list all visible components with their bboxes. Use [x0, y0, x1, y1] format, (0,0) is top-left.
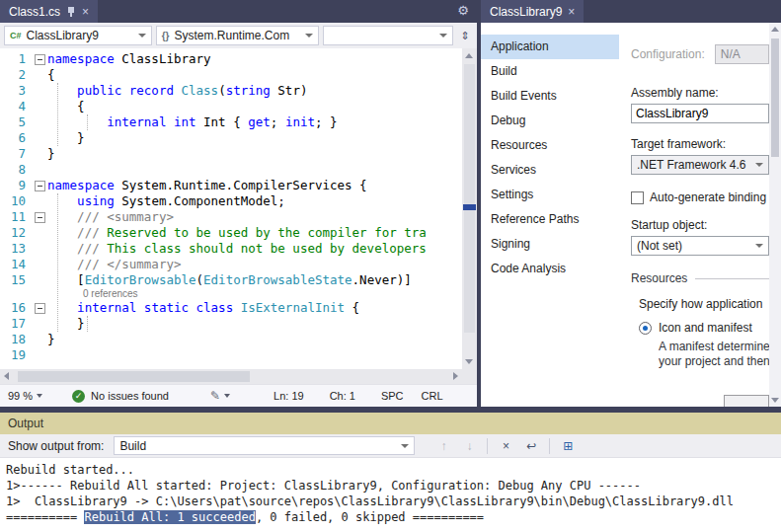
- code-text: }: [47, 316, 462, 332]
- assembly-name-label: Assembly name:: [631, 86, 769, 100]
- configuration-label: Configuration:: [631, 47, 705, 61]
- eol-indicator[interactable]: CRL: [422, 390, 443, 402]
- configuration-dropdown[interactable]: N/A: [715, 44, 769, 64]
- line-number: 15: [0, 272, 34, 288]
- line-number: 6: [0, 130, 34, 146]
- code-line-1[interactable]: 1namespace ClassLibrary: [0, 51, 462, 67]
- code-line-17[interactable]: 17 }: [0, 316, 462, 332]
- word-wrap-icon[interactable]: ↩: [522, 439, 540, 453]
- split-window-icon[interactable]: ⇕: [457, 30, 473, 42]
- next-message-icon[interactable]: ↓: [460, 439, 478, 453]
- output-source-dropdown[interactable]: Build: [114, 436, 415, 455]
- code-text: /// <summary>: [47, 209, 462, 225]
- pen-icon[interactable]: ✎: [210, 389, 220, 403]
- clipped-control[interactable]: [724, 395, 769, 407]
- scroll-left-icon[interactable]: [4, 372, 9, 380]
- auto-generate-binding-checkbox[interactable]: [631, 191, 644, 204]
- sidebar-item-services[interactable]: Services: [481, 158, 619, 183]
- code-line-9[interactable]: 9namespace System.Runtime.CompilerServic…: [0, 178, 462, 193]
- properties-sidebar: ApplicationBuildBuild EventsDebugResourc…: [481, 35, 619, 281]
- output-title-bar[interactable]: Output: [0, 413, 781, 434]
- tab-classlibrary9[interactable]: ClassLibrary9 ×: [481, 0, 584, 23]
- line-indicator[interactable]: Ln: 19: [273, 390, 304, 402]
- code-area[interactable]: 1namespace ClassLibrary2{3 public record…: [0, 48, 462, 369]
- fold-toggle-icon[interactable]: [34, 51, 47, 67]
- code-line-5[interactable]: 5 internal int Int { get; init; }: [0, 114, 462, 130]
- sidebar-item-build[interactable]: Build: [481, 59, 619, 84]
- line-number: 7: [0, 146, 34, 162]
- editor-horizontal-scrollbar[interactable]: [0, 369, 462, 384]
- sidebar-item-reference-paths[interactable]: Reference Paths: [481, 207, 619, 232]
- target-framework-dropdown[interactable]: .NET Framework 4.6: [631, 155, 769, 175]
- fold-toggle-icon[interactable]: [34, 178, 47, 193]
- spaces-indicator[interactable]: SPC: [381, 390, 404, 402]
- code-text: /// This class should not be used by dev…: [47, 241, 462, 257]
- scrollbar-thumb[interactable]: [18, 371, 250, 382]
- health-check-icon[interactable]: ✓: [72, 390, 85, 403]
- output-source-value: Build: [119, 439, 146, 453]
- sidebar-item-settings[interactable]: Settings: [481, 183, 619, 207]
- code-text: public record Class(string Str): [47, 83, 462, 99]
- sidebar-item-build-events[interactable]: Build Events: [481, 84, 619, 109]
- tab-class1-cs[interactable]: Class1.cs ×: [0, 0, 98, 23]
- fold-toggle-icon[interactable]: [34, 209, 47, 225]
- chevron-down-icon: [401, 444, 409, 448]
- code-line-3[interactable]: 3 public record Class(string Str): [0, 83, 462, 99]
- configuration-row: Configuration: N/A: [631, 44, 769, 64]
- scroll-up-icon[interactable]: [771, 27, 779, 32]
- icon-and-manifest-radio[interactable]: [639, 322, 652, 335]
- column-indicator[interactable]: Ch: 1: [330, 390, 355, 402]
- zoom-control[interactable]: 99 %: [8, 390, 42, 402]
- code-line-6[interactable]: 6 }: [0, 130, 462, 146]
- close-icon[interactable]: ×: [568, 6, 575, 18]
- messages-grid-icon[interactable]: ⊞: [559, 439, 577, 453]
- code-line-15[interactable]: 15 [EditorBrowsable(EditorBrowsableState…: [0, 272, 462, 288]
- gear-icon[interactable]: ⚙: [457, 4, 469, 18]
- sidebar-item-code-analysis[interactable]: Code Analysis: [481, 257, 619, 281]
- codelens-references[interactable]: 0 references: [0, 288, 462, 300]
- code-line-10[interactable]: 10 using System.ComponentModel;: [0, 193, 462, 209]
- scroll-right-icon[interactable]: [453, 372, 458, 380]
- sidebar-item-debug[interactable]: Debug: [481, 109, 619, 133]
- code-line-8[interactable]: 8: [0, 162, 462, 178]
- properties-scrollbar[interactable]: [769, 23, 781, 407]
- pin-icon[interactable]: [66, 6, 76, 18]
- code-line-16[interactable]: 16 internal static class IsExternalInit …: [0, 300, 462, 316]
- editor-vertical-scrollbar[interactable]: [462, 48, 477, 369]
- member-dropdown[interactable]: [323, 26, 453, 45]
- prev-message-icon[interactable]: ↑: [434, 439, 452, 453]
- code-line-12[interactable]: 12 /// Reserved to be used by the compil…: [0, 225, 462, 241]
- code-line-2[interactable]: 2{: [0, 67, 462, 83]
- code-line-14[interactable]: 14 /// </summary>: [0, 257, 462, 272]
- icon-and-manifest-label: Icon and manifest: [659, 321, 752, 335]
- sidebar-item-signing[interactable]: Signing: [481, 232, 619, 257]
- assembly-name-input[interactable]: [631, 104, 769, 123]
- output-log[interactable]: Rebuild started...1>------ Rebuild All s…: [0, 458, 781, 532]
- type-dropdown[interactable]: {} System.Runtime.Com: [156, 26, 320, 45]
- scroll-up-icon[interactable]: [465, 53, 473, 58]
- scrollbar-thumb[interactable]: [771, 38, 779, 157]
- code-line-4[interactable]: 4 {: [0, 99, 462, 114]
- fold-toggle-icon[interactable]: [34, 300, 47, 316]
- clear-all-icon[interactable]: ×: [497, 439, 514, 453]
- code-line-19[interactable]: 19: [0, 347, 462, 363]
- scroll-down-icon[interactable]: [771, 398, 779, 403]
- sidebar-item-resources[interactable]: Resources: [481, 133, 619, 158]
- code-line-13[interactable]: 13 /// This class should not be used by …: [0, 241, 462, 257]
- manifest-description-line2: your project and then: [659, 354, 769, 369]
- code-line-18[interactable]: 18}: [0, 332, 462, 347]
- code-line-7[interactable]: 7}: [0, 146, 462, 162]
- resources-group-header: Resources: [631, 271, 769, 285]
- code-line-11[interactable]: 11 /// <summary>: [0, 209, 462, 225]
- close-icon[interactable]: ×: [82, 6, 89, 18]
- scroll-down-icon[interactable]: [465, 359, 473, 364]
- chevron-down-icon[interactable]: [224, 394, 230, 398]
- issues-status[interactable]: No issues found: [91, 390, 169, 402]
- project-dropdown[interactable]: C# ClassLibrary9: [4, 26, 152, 45]
- editor-tab-bar: Class1.cs × ⚙: [0, 0, 477, 23]
- sidebar-item-application[interactable]: Application: [481, 35, 619, 59]
- code-editor[interactable]: 1namespace ClassLibrary2{3 public record…: [0, 48, 477, 369]
- scrollbar-thumb[interactable]: [464, 64, 475, 333]
- code-text: }: [47, 146, 462, 162]
- startup-object-dropdown[interactable]: (Not set): [631, 236, 769, 256]
